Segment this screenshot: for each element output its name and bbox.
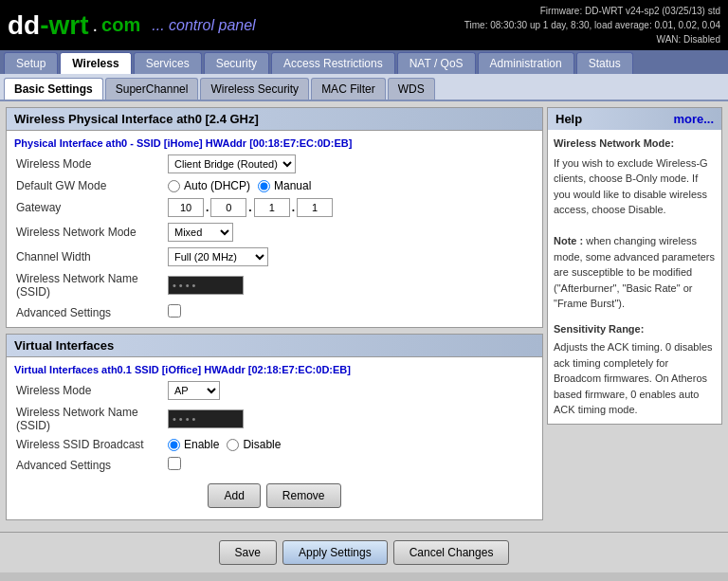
advanced-settings-checkbox[interactable] xyxy=(168,304,181,318)
cell-ssid xyxy=(162,269,538,301)
tab-wireless[interactable]: Wireless xyxy=(60,52,131,74)
subtab-wireless-security[interactable]: Wireless Security xyxy=(200,78,309,100)
subtab-wds[interactable]: WDS xyxy=(388,78,435,100)
subtab-superchannel[interactable]: SuperChannel xyxy=(105,78,199,100)
virt-advanced-checkbox[interactable] xyxy=(168,457,181,470)
gateway-octet3[interactable] xyxy=(254,198,290,217)
table-row: Channel Width Full (20 MHz) Half (10 MHz… xyxy=(10,245,538,269)
radio-auto-label[interactable]: Auto (DHCP) xyxy=(168,179,250,192)
help-more-link[interactable]: more... xyxy=(673,112,714,126)
radio-enable[interactable] xyxy=(168,439,180,451)
nav-tabs: Setup Wireless Services Security Access … xyxy=(0,50,728,74)
table-row: Wireless Network Name (SSID) xyxy=(10,269,538,301)
tab-administration[interactable]: Administration xyxy=(478,52,574,74)
table-row: Wireless Mode Client Bridge (Routed) AP … xyxy=(10,152,538,176)
table-row: Wireless Mode AP Client xyxy=(10,378,538,403)
tab-security[interactable]: Security xyxy=(204,52,269,74)
gateway-inputs: . . . xyxy=(168,198,533,217)
gateway-octet2[interactable] xyxy=(210,198,246,217)
network-mode-select[interactable]: Mixed B-Only G-Only Disabled xyxy=(168,223,233,242)
virt-ssid-input[interactable] xyxy=(168,409,244,428)
cell-ssid-broadcast: Enable Disable xyxy=(162,435,538,454)
gateway-sep1: . xyxy=(206,201,209,214)
help-section1-content: If you wish to exclude Wireless-G client… xyxy=(554,157,708,216)
left-panel: Wireless Physical Interface ath0 [2.4 GH… xyxy=(6,107,543,526)
physical-iface-title: Physical Interface ath0 - SSID [iHome] H… xyxy=(10,135,538,152)
logo-dot: . xyxy=(93,14,99,36)
wan-text: WAN: Disabled xyxy=(464,32,720,46)
radio-disable[interactable] xyxy=(227,439,239,451)
gateway-sep2: . xyxy=(248,201,251,214)
label-advanced: Advanced Settings xyxy=(10,301,162,323)
cell-virt-ssid xyxy=(162,403,538,435)
help-note: Note : when changing wireless mode, some… xyxy=(554,233,716,312)
tab-setup[interactable]: Setup xyxy=(4,52,58,74)
label-virt-wireless-mode: Wireless Mode xyxy=(10,378,162,403)
tab-nat-qos[interactable]: NAT / QoS xyxy=(397,52,476,74)
radio-auto-dhcp[interactable] xyxy=(168,180,180,192)
save-button[interactable]: Save xyxy=(219,540,277,565)
label-virt-ssid: Wireless Network Name (SSID) xyxy=(10,403,162,435)
subtab-basic-settings[interactable]: Basic Settings xyxy=(4,78,103,100)
help-body: Wireless Network Mode: If you wish to ex… xyxy=(548,130,721,424)
radio-disable-label[interactable]: Disable xyxy=(227,438,281,451)
cell-virt-advanced xyxy=(162,454,538,476)
label-gateway: Gateway xyxy=(10,195,162,220)
remove-button[interactable]: Remove xyxy=(266,483,341,508)
logo: dd-wrt xyxy=(8,10,89,41)
help-panel: Help more... Wireless Network Mode: If y… xyxy=(547,107,722,526)
cell-gw-mode: Auto (DHCP) Manual xyxy=(162,176,538,195)
gateway-octet4[interactable] xyxy=(297,198,333,217)
physical-section-title: Wireless Physical Interface ath0 [2.4 GH… xyxy=(14,112,259,126)
firmware-text: Firmware: DD-WRT v24-sp2 (03/25/13) std xyxy=(464,4,720,18)
label-channel-width: Channel Width xyxy=(10,245,162,269)
cell-gateway: . . . xyxy=(162,195,538,220)
add-button[interactable]: Add xyxy=(208,483,260,508)
apply-settings-button[interactable]: Apply Settings xyxy=(282,540,388,565)
table-row: Wireless Network Mode Mixed B-Only G-Onl… xyxy=(10,220,538,245)
radio-enable-label[interactable]: Enable xyxy=(168,438,219,451)
gateway-octet1[interactable] xyxy=(168,198,204,217)
help-header: Help more... xyxy=(548,108,721,130)
time-text: Time: 08:30:30 up 1 day, 8:30, load aver… xyxy=(464,18,720,32)
help-section1-text: If you wish to exclude Wireless-G client… xyxy=(554,155,716,312)
physical-form-table: Wireless Mode Client Bridge (Routed) AP … xyxy=(10,152,538,323)
header: dd-wrt . com ... control panel Firmware:… xyxy=(0,0,728,50)
logo-cp: ... control panel xyxy=(152,17,255,34)
subtab-mac-filter[interactable]: MAC Filter xyxy=(311,78,386,100)
cell-wireless-mode: Client Bridge (Routed) AP Client xyxy=(162,152,538,176)
wireless-mode-select[interactable]: Client Bridge (Routed) AP Client xyxy=(168,154,296,173)
channel-width-select[interactable]: Full (20 MHz) Half (10 MHz) Quarter (5 M… xyxy=(168,247,268,266)
ssid-broadcast-radio-group: Enable Disable xyxy=(168,438,533,451)
header-info: Firmware: DD-WRT v24-sp2 (03/25/13) std … xyxy=(464,4,720,46)
physical-section-header: Wireless Physical Interface ath0 [2.4 GH… xyxy=(7,108,542,131)
virtual-interface-section: Virtual Interfaces Virtual Interfaces at… xyxy=(6,334,543,520)
cancel-changes-button[interactable]: Cancel Changes xyxy=(393,540,510,565)
radio-manual-label[interactable]: Manual xyxy=(258,179,311,192)
tab-access-restrictions[interactable]: Access Restrictions xyxy=(271,52,395,74)
radio-manual[interactable] xyxy=(258,180,270,192)
gateway-sep3: . xyxy=(292,201,295,214)
logo-dd-text: dd xyxy=(8,10,40,40)
table-row: Gateway . . . xyxy=(10,195,538,220)
tab-services[interactable]: Services xyxy=(134,52,202,74)
label-gw-mode: Default GW Mode xyxy=(10,176,162,195)
physical-section-body: Physical Interface ath0 - SSID [iHome] H… xyxy=(7,131,542,327)
table-row: Advanced Settings xyxy=(10,301,538,323)
table-row: Default GW Mode Auto (DHCP) Manual xyxy=(10,176,538,195)
tab-status[interactable]: Status xyxy=(576,52,633,74)
ssid-input[interactable] xyxy=(168,276,244,295)
label-wireless-mode: Wireless Mode xyxy=(10,152,162,176)
virt-wireless-mode-select[interactable]: AP Client xyxy=(168,381,220,400)
cell-virt-wireless-mode: AP Client xyxy=(162,378,538,403)
help-section2: Sensitivity Range: Adjusts the ACK timin… xyxy=(554,321,716,418)
main-content: Wireless Physical Interface ath0 [2.4 GH… xyxy=(0,101,728,532)
note-label: Note : xyxy=(554,235,583,246)
label-virt-advanced: Advanced Settings xyxy=(10,454,162,476)
label-ssid: Wireless Network Name (SSID) xyxy=(10,269,162,301)
cell-channel-width: Full (20 MHz) Half (10 MHz) Quarter (5 M… xyxy=(162,245,538,269)
table-row: Wireless Network Name (SSID) xyxy=(10,403,538,435)
virtual-section-body: Virtual Interfaces ath0.1 SSID [iOffice]… xyxy=(7,357,542,519)
help-title: Help xyxy=(555,112,582,126)
virtual-section-header: Virtual Interfaces xyxy=(7,335,542,357)
